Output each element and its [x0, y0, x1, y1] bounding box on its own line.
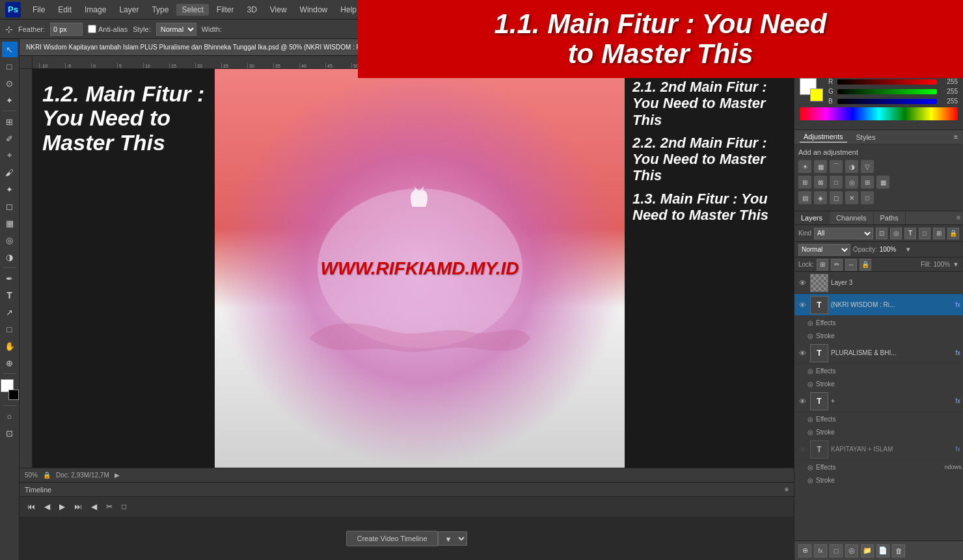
timeline-btn-start[interactable]: ⏮ [25, 501, 38, 513]
layer-item-plus[interactable]: 👁 T + fx [794, 390, 963, 412]
healing-tool[interactable]: ⌖ [2, 148, 18, 163]
b-slider-track[interactable] [837, 99, 937, 104]
invert-adj[interactable]: ▦ [876, 176, 889, 189]
new-fill-adj-btn[interactable]: ◎ [845, 544, 858, 557]
brightness-adj[interactable]: ☀ [798, 160, 811, 173]
blur-tool[interactable]: ◎ [2, 232, 18, 248]
adjustments-tab[interactable]: Adjustments [800, 131, 847, 142]
eyedropper-tool[interactable]: ✐ [2, 131, 18, 146]
brush-tool[interactable]: 🖌 [2, 165, 18, 180]
fill-arrow[interactable]: ▼ [953, 261, 959, 268]
timeline-type-select[interactable]: ▼ [438, 531, 467, 546]
quick-mask-tool[interactable]: ○ [2, 408, 18, 424]
wand-tool[interactable]: ✦ [2, 92, 18, 108]
delete-layer-btn[interactable]: 🗑 [892, 544, 905, 557]
anti-alias-checkbox[interactable] [88, 25, 96, 33]
color-swatch-area[interactable] [1, 379, 19, 400]
timeline-btn-prev[interactable]: ◀ [42, 501, 53, 513]
menu-view[interactable]: View [265, 4, 292, 16]
lock-paint[interactable]: ✏ [831, 259, 843, 271]
zoom-tool[interactable]: ⊕ [2, 355, 18, 371]
layer-item-kapitayan[interactable]: 👁 T KAPITAYAN + ISLAM fx [794, 438, 963, 460]
dodge-tool[interactable]: ◑ [2, 249, 18, 265]
menu-filter[interactable]: Filter [211, 4, 239, 16]
type-tool[interactable]: T [2, 287, 18, 303]
timeline-btn-stop[interactable]: □ [119, 501, 129, 513]
menu-edit[interactable]: Edit [53, 4, 77, 16]
canvas-scroll[interactable]: 1.2. Main Fitur : You Need to Master Thi… [33, 69, 794, 468]
panel-options-icon[interactable]: ≡ [954, 62, 958, 69]
timeline-btn-play[interactable]: ▶ [57, 501, 68, 513]
posterize-adj[interactable]: ▤ [798, 191, 811, 204]
colorbalance-adj[interactable]: ⊠ [814, 176, 827, 189]
swatches-tab[interactable]: Swatches [830, 60, 869, 71]
background-color[interactable] [8, 390, 19, 400]
hand-tool[interactable]: ✋ [2, 338, 18, 354]
timeline-btn-back[interactable]: ◀ [88, 501, 100, 513]
layer-3-eye[interactable]: 👁 [797, 278, 807, 288]
menu-file[interactable]: File [27, 4, 50, 16]
layers-panel-options[interactable]: ≡ [954, 211, 963, 224]
menu-image[interactable]: Image [79, 4, 111, 16]
layer-item-nkri[interactable]: 👁 T (NKRI WISDOM : Ri... fx [794, 294, 963, 316]
layer-kind-smart[interactable]: ⊞ [933, 228, 945, 239]
menu-select[interactable]: Select [176, 4, 208, 16]
new-group-btn[interactable]: 📁 [861, 544, 874, 557]
lock-checkerboard[interactable]: ⊞ [817, 259, 828, 271]
crop-tool[interactable]: ⊞ [2, 114, 18, 129]
paths-tab[interactable]: Paths [874, 211, 906, 224]
lock-move[interactable]: ↔ [845, 259, 857, 271]
feather-input[interactable] [50, 23, 83, 36]
document-tab[interactable]: NKRI Wisdom Kapitayan tambah Islam PLUS … [20, 39, 462, 55]
layers-tab[interactable]: Layers [794, 211, 830, 224]
link-layers-btn[interactable]: ⊕ [798, 544, 811, 557]
timeline-btn-cut[interactable]: ✂ [103, 501, 115, 513]
levels-adj[interactable]: ▦ [814, 160, 827, 173]
clone-tool[interactable]: ✦ [2, 181, 18, 197]
anti-alias-area[interactable]: Anti-alias [88, 25, 128, 33]
color-fg-bg-swatch[interactable] [800, 78, 823, 101]
layer-kind-type[interactable]: T [904, 228, 916, 239]
adj-options-icon[interactable]: ≡ [954, 133, 958, 140]
blend-mode-select[interactable]: Normal [798, 244, 850, 256]
bw-adj[interactable]: □ [830, 176, 843, 189]
channels-tab[interactable]: Channels [830, 211, 873, 224]
selective-adj[interactable]: ✕ [845, 191, 858, 204]
add-mask-btn[interactable]: □ [830, 544, 843, 557]
new-layer-btn[interactable]: 📄 [876, 544, 889, 557]
style-select[interactable]: Normal [156, 23, 197, 36]
photo-adj[interactable]: ◎ [845, 176, 858, 189]
marquee-tool[interactable]: □ [2, 59, 18, 74]
styles-tab[interactable]: Styles [852, 132, 880, 142]
hue-adj[interactable]: ⊞ [798, 176, 811, 189]
layer-kind-shape[interactable]: □ [919, 228, 930, 239]
layer-kap-eye[interactable]: 👁 [797, 444, 807, 455]
move-tool[interactable]: ↖ [2, 42, 18, 57]
layers-list[interactable]: 👁 Layer 3 👁 T (NKRI WISDOM : Ri... fx ◎ … [794, 272, 963, 540]
gradient-tool[interactable]: ▦ [2, 215, 18, 231]
create-video-timeline-button[interactable]: Create Video Timeline [346, 531, 437, 546]
screen-mode-tool[interactable]: ⊡ [2, 425, 18, 441]
eraser-tool[interactable]: ◻ [2, 198, 18, 214]
pen-tool[interactable]: ✒ [2, 271, 18, 286]
layer-item-pluralisme[interactable]: 👁 T PLURALISME & BHI... fx [794, 342, 963, 364]
menu-type[interactable]: Type [146, 4, 174, 16]
shape-tool[interactable]: □ [2, 321, 18, 337]
tab-close-button[interactable]: ✕ [450, 44, 455, 51]
exposure-adj[interactable]: ◑ [845, 160, 858, 173]
background-swatch[interactable] [810, 88, 823, 101]
timeline-btn-next[interactable]: ⏭ [72, 501, 85, 513]
path-tool[interactable]: ↗ [2, 304, 18, 320]
color-tab[interactable]: Color [800, 60, 824, 71]
vibrance-adj[interactable]: ▽ [861, 160, 874, 173]
timeline-menu-icon[interactable]: ≡ [785, 486, 789, 493]
lock-all[interactable]: 🔒 [860, 259, 871, 271]
g-slider-track[interactable] [837, 89, 937, 94]
layer-kind-lock[interactable]: 🔒 [947, 228, 959, 239]
solidcolor-adj[interactable]: □ [861, 191, 874, 204]
menu-help[interactable]: Help [335, 4, 362, 16]
menu-layer[interactable]: Layer [114, 4, 144, 16]
color-panel-header[interactable]: Color Swatches ≡ [794, 59, 963, 73]
gradient-adj[interactable]: ◻ [830, 191, 843, 204]
layer-plus-eye[interactable]: 👁 [797, 396, 807, 407]
